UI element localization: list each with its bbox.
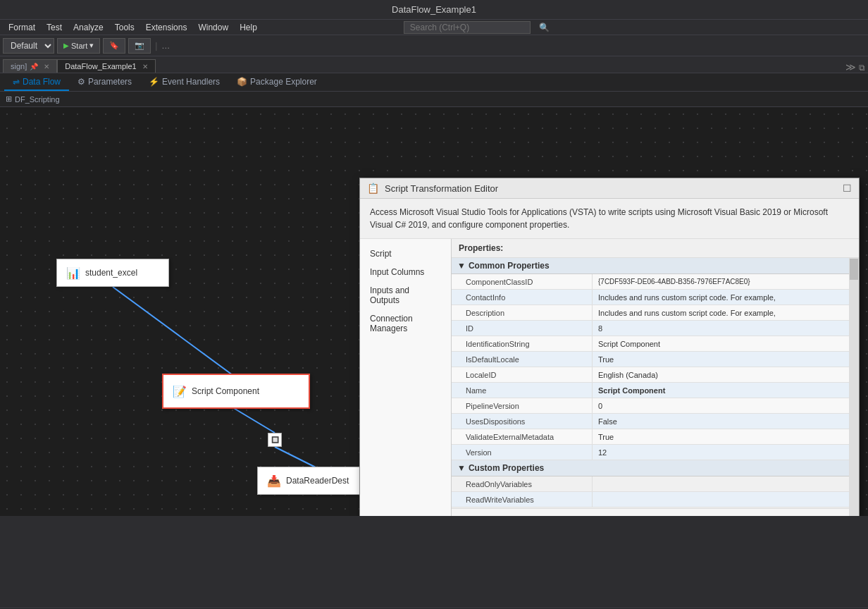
scrollbar[interactable]	[849, 257, 859, 516]
tab-dataflow-close[interactable]: ✕	[142, 63, 148, 70]
dialog-title-bar: 📋 Script Transformation Editor ☐	[360, 178, 859, 199]
prop-value-readwritevariables	[593, 492, 859, 507]
prop-name-validateexternalmetadata: ValidateExternalMetadata	[452, 429, 593, 444]
prop-name-usesdispositions: UsesDispositions	[452, 414, 593, 429]
canvas[interactable]: 📊 student_excel 📝 Script Component 🔲 📥 D…	[0, 107, 868, 516]
script-component-node[interactable]: 📝 Script Component	[162, 374, 310, 409]
play-icon: ▶	[63, 42, 69, 49]
menu-bar: Format Test Analyze Tools Extensions Win…	[0, 20, 868, 35]
data-flow-label: Data Flow	[23, 77, 61, 87]
prop-name-pipelineversion: PipelineVersion	[452, 398, 593, 413]
common-properties-label: Common Properties	[469, 261, 550, 271]
prop-name-readonlyvariables: ReadOnlyVariables	[452, 476, 593, 491]
tab-sign-close[interactable]: ✕	[44, 63, 49, 70]
prop-value-localeid: English (Canada)	[593, 367, 859, 382]
dialog-description: Access Microsoft Visual Studio Tools for…	[360, 199, 859, 239]
prop-row-identificationstring: IdentificationString Script Component	[452, 336, 859, 352]
tab-dataflow-label: DataFlow_Example1	[65, 62, 137, 70]
package-explorer-icon: 📦	[237, 77, 247, 87]
start-button[interactable]: ▶ Start ▾	[57, 38, 100, 54]
dialog-body: Script Input Columns Inputs and Outputs …	[360, 239, 859, 516]
tab-sign-pin: 📌	[30, 63, 38, 70]
prop-name-readwritevariables: ReadWriteVariables	[452, 492, 593, 507]
dialog-properties-panel: Properties: ▼ Common Properties Componen…	[452, 239, 859, 516]
properties-header: Properties:	[452, 239, 859, 258]
custom-properties-label: Custom Properties	[469, 463, 544, 473]
event-handlers-icon: ⚡	[149, 77, 159, 87]
name-section: Name Specifies the name of the component…	[452, 508, 859, 516]
dialog-nav: Script Input Columns Inputs and Outputs …	[360, 239, 452, 516]
start-label: Start	[71, 42, 87, 50]
parameters-label: Parameters	[88, 77, 132, 87]
toolbar-profile-dropdown[interactable]: Default	[3, 38, 54, 54]
tab-package-explorer[interactable]: 📦 Package Explorer	[228, 74, 326, 91]
toolbar-ellipsis: …	[161, 41, 170, 51]
breadcrumb-text: DF_Scripting	[15, 95, 60, 104]
menu-item-window[interactable]: Window	[192, 21, 234, 34]
prop-name-version: Version	[452, 445, 593, 460]
prop-row-name: Name Script Component	[452, 383, 859, 398]
tab-dataflow[interactable]: DataFlow_Example1 ✕	[57, 59, 156, 73]
prop-value-name: Script Component	[593, 383, 859, 398]
bookmark-button[interactable]: 🔖	[103, 38, 125, 54]
tab-event-handlers[interactable]: ⚡ Event Handlers	[140, 74, 228, 91]
prop-name-identificationstring: IdentificationString	[452, 336, 593, 351]
tab-sign[interactable]: sign] 📌 ✕	[3, 59, 57, 73]
tab-parameters[interactable]: ⚙ Parameters	[69, 74, 140, 91]
breadcrumb-icon: ⊞	[6, 94, 12, 104]
menu-item-extensions[interactable]: Extensions	[140, 21, 193, 34]
prop-value-description: Includes and runs custom script code. Fo…	[593, 305, 859, 320]
nav-item-inputs-outputs[interactable]: Inputs and Outputs	[360, 281, 451, 309]
prop-value-isdefaultlocale: True	[593, 352, 859, 367]
tab-strip: sign] 📌 ✕ DataFlow_Example1 ✕ ≫ ⧉	[0, 56, 868, 73]
dropdown-arrow-icon: ▾	[89, 41, 94, 50]
prop-value-identificationstring: Script Component	[593, 336, 859, 351]
reader-icon: 📥	[266, 473, 282, 488]
menu-item-test[interactable]: Test	[41, 21, 68, 34]
float-icon[interactable]: ⧉	[859, 63, 865, 73]
name-section-title: Name	[459, 515, 852, 516]
dialog-description-text: Access Microsoft Visual Studio Tools for…	[370, 207, 828, 230]
menu-item-analyze[interactable]: Analyze	[68, 21, 109, 34]
design-tabs: ⇌ Data Flow ⚙ Parameters ⚡ Event Handler…	[0, 73, 868, 92]
collapse-custom-icon[interactable]: ▼	[457, 463, 466, 473]
dialog-close-button[interactable]: ☐	[843, 183, 852, 194]
prop-value-version: 12	[593, 445, 859, 460]
prop-value-validateexternalmetadata: True	[593, 429, 859, 444]
nav-item-script[interactable]: Script	[360, 245, 451, 263]
tab-overflow-icon[interactable]: ≫	[845, 61, 856, 73]
menu-item-format[interactable]: Format	[3, 21, 41, 34]
custom-properties-header: ▼ Custom Properties	[452, 460, 859, 476]
scrollbar-thumb[interactable]	[850, 259, 858, 280]
prop-row-validateexternalmetadata: ValidateExternalMetadata True	[452, 429, 859, 445]
prop-row-isdefaultlocale: IsDefaultLocale True	[452, 352, 859, 367]
package-explorer-label: Package Explorer	[250, 77, 317, 87]
menu-item-tools[interactable]: Tools	[109, 21, 140, 34]
nav-item-connection-managers[interactable]: Connection Managers	[360, 309, 451, 338]
excel-icon: 📊	[66, 265, 81, 281]
breadcrumb: ⊞ DF_Scripting	[0, 92, 868, 107]
prop-name-isdefaultlocale: IsDefaultLocale	[452, 352, 593, 367]
prop-row-componentclassid: ComponentClassID {7CDF593F-DE06-4ABD-B35…	[452, 274, 859, 290]
prop-row-localeid: LocaleID English (Canada)	[452, 367, 859, 383]
collapse-icon[interactable]: ▼	[457, 261, 466, 271]
menu-item-help[interactable]: Help	[234, 21, 263, 34]
script-transformation-editor-dialog[interactable]: 📋 Script Transformation Editor ☐ Access …	[359, 178, 860, 516]
search-input[interactable]	[404, 21, 531, 34]
dialog-title-icon: 📋	[367, 183, 379, 194]
camera-button[interactable]: 📷	[128, 38, 151, 54]
prop-value-componentclassid: {7CDF593F-DE06-4ABD-B356-7976EF7AC8E0}	[593, 274, 859, 289]
dialog-title-text: Script Transformation Editor	[385, 183, 498, 194]
prop-value-id: 8	[593, 321, 859, 336]
student-excel-node[interactable]: 📊 student_excel	[56, 259, 169, 287]
datareader-dest-label: DataReaderDest	[286, 476, 349, 486]
nav-item-input-columns[interactable]: Input Columns	[360, 263, 451, 281]
parameters-icon: ⚙	[78, 77, 85, 87]
prop-row-version: Version 12	[452, 445, 859, 460]
prop-name-contactinfo: ContactInfo	[452, 290, 593, 304]
prop-name-componentclassid: ComponentClassID	[452, 274, 593, 289]
prop-row-readonlyvariables: ReadOnlyVariables	[452, 476, 859, 492]
prop-value-contactinfo: Includes and runs custom script code. Fo…	[593, 290, 859, 304]
tab-data-flow[interactable]: ⇌ Data Flow	[4, 74, 69, 91]
connection-icon: 🔲	[271, 436, 279, 443]
